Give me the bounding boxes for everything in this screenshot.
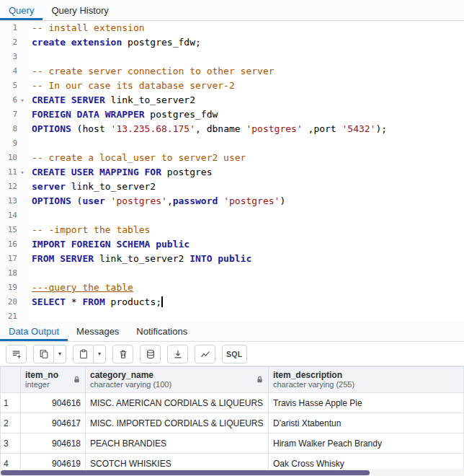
copy-button[interactable] — [33, 345, 54, 363]
editor-gutter: 15 — [0, 223, 29, 237]
fold-chevron-icon[interactable]: ▾ — [17, 165, 27, 180]
editor-line[interactable]: 4-- create server connection to other se… — [0, 64, 464, 79]
code-line: -- -import the tables — [29, 223, 150, 237]
save-data-changes-button[interactable] — [140, 345, 161, 363]
chevron-down-icon: ▾ — [98, 351, 101, 357]
editor-gutter: 19 — [0, 281, 29, 295]
editor-line[interactable]: 18 — [0, 266, 464, 281]
paste-dropdown-button[interactable]: ▾ — [94, 345, 106, 363]
sql-editor[interactable]: 1-- install extension2create extension p… — [0, 21, 464, 321]
horizontal-scrollbar[interactable] — [0, 469, 464, 476]
delete-row-button[interactable] — [112, 345, 133, 363]
editor-line[interactable]: 20SELECT * FROM products; — [0, 295, 464, 309]
editor-line[interactable]: 10-- create a local_user to server2 user — [0, 151, 464, 165]
chevron-down-icon: ▾ — [58, 351, 61, 357]
editor-line[interactable]: 11▾CREATE USER MAPPING FOR postgres — [0, 165, 464, 180]
editor-line[interactable]: 2create extension postgres_fdw; — [0, 35, 464, 50]
results-grid: item_nointegercategory_namecharacter var… — [0, 366, 464, 469]
code-line: -- In our case its database server-2 — [29, 79, 235, 93]
copy-dropdown-button[interactable]: ▾ — [54, 345, 66, 363]
column-type: integer — [25, 380, 58, 389]
cell-item_description[interactable]: Hiram Walker Peach Brandy — [269, 433, 464, 454]
cell-item_description[interactable]: Travis Hasse Apple Pie — [269, 393, 464, 413]
column-header-item_no[interactable]: item_nointeger — [21, 367, 86, 393]
editor-line[interactable]: 13OPTIONS (user 'postgres',password 'pos… — [0, 194, 464, 208]
editor-gutter: 6▾ — [0, 93, 29, 107]
fold-chevron-icon[interactable]: ▾ — [17, 93, 27, 107]
cell-item_no[interactable]: 904618 — [21, 433, 86, 454]
paste-button[interactable] — [73, 345, 94, 363]
cell-item_no[interactable]: 904619 — [21, 454, 86, 470]
column-header-category_name[interactable]: category_namecharacter varying (100) — [86, 367, 269, 393]
row-number-header[interactable] — [1, 367, 21, 393]
code-line: FROM SERVER link_to_server2 INTO public — [29, 252, 251, 266]
cell-category_name[interactable]: PEACH BRANDIES — [86, 433, 269, 454]
tab-query[interactable]: Query — [0, 0, 43, 20]
editor-line[interactable]: 16IMPORT FOREIGN SCHEMA public — [0, 237, 464, 252]
line-number: 12 — [0, 180, 17, 194]
editor-line[interactable]: 1-- install extension — [0, 21, 464, 35]
row-number-cell[interactable]: 1 — [1, 393, 21, 413]
text-cursor — [161, 296, 163, 307]
fold-spacer — [17, 50, 27, 64]
code-line: OPTIONS (host '13.235.68.175', dbname 'p… — [29, 122, 387, 136]
column-type: character varying (100) — [90, 380, 171, 389]
editor-gutter: 10 — [0, 151, 29, 165]
editor-line[interactable]: 9 — [0, 136, 464, 151]
cell-category_name[interactable]: MISC. AMERICAN CORDIALS & LIQUEURS — [86, 393, 269, 413]
scrollbar-thumb[interactable] — [1, 470, 370, 475]
column-title: item_nointeger — [25, 370, 58, 389]
show-sql-button[interactable]: SQL — [222, 345, 247, 363]
graph-icon — [200, 349, 210, 359]
editor-line[interactable]: 3 — [0, 50, 464, 64]
row-number-cell[interactable]: 2 — [1, 413, 21, 433]
editor-line[interactable]: 17FROM SERVER link_to_server2 INTO publi… — [0, 252, 464, 266]
code-line: CREATE USER MAPPING FOR postgres — [29, 165, 212, 180]
tab-notifications[interactable]: Notifications — [128, 321, 196, 341]
code-line — [29, 208, 32, 223]
tab-query-history[interactable]: Query History — [43, 0, 117, 20]
editor-line[interactable]: 8OPTIONS (host '13.235.68.175', dbname '… — [0, 122, 464, 136]
graph-visualiser-button[interactable] — [195, 345, 215, 363]
editor-line[interactable]: 15-- -import the tables — [0, 223, 464, 237]
query-tabbar: QueryQuery History — [0, 0, 464, 21]
editor-gutter: 18 — [0, 266, 29, 281]
lock-icon — [73, 376, 81, 384]
editor-line[interactable]: 6▾CREATE SERVER link_to_server2 — [0, 93, 464, 107]
editor-line[interactable]: 21 — [0, 309, 464, 321]
grid-header-row: item_nointegercategory_namecharacter var… — [1, 367, 464, 393]
editor-line[interactable]: 19---query the table — [0, 281, 464, 295]
save-results-to-file-group — [167, 345, 188, 363]
editor-gutter: 11▾ — [0, 165, 29, 180]
cell-item_description[interactable]: D'aristi Xtabentun — [269, 413, 464, 433]
editor-line[interactable]: 14 — [0, 208, 464, 223]
fold-spacer — [17, 180, 27, 194]
code-line: IMPORT FOREIGN SCHEMA public — [29, 237, 189, 252]
cell-category_name[interactable]: MISC. IMPORTED CORDIALS & LIQUEURS — [86, 413, 269, 433]
editor-line[interactable]: 12server link_to_server2 — [0, 180, 464, 194]
table-row: 1904616MISC. AMERICAN CORDIALS & LIQUEUR… — [1, 393, 464, 413]
fold-spacer — [17, 35, 27, 50]
tab-data-output[interactable]: Data Output — [0, 321, 68, 341]
editor-line[interactable]: 5-- In our case its database server-2 — [0, 79, 464, 93]
editor-gutter: 5 — [0, 79, 29, 93]
line-number: 4 — [0, 64, 17, 79]
cell-item_no[interactable]: 904616 — [21, 393, 86, 413]
tab-messages[interactable]: Messages — [68, 321, 128, 341]
cell-item_no[interactable]: 904617 — [21, 413, 86, 433]
editor-gutter: 12 — [0, 180, 29, 194]
editor-gutter: 8 — [0, 122, 29, 136]
save-results-to-file-button[interactable] — [167, 345, 188, 363]
code-line: ---query the table — [29, 281, 133, 295]
add-row-button[interactable] — [6, 345, 27, 363]
column-name: item_description — [273, 370, 354, 380]
cell-category_name[interactable]: SCOTCH WHISKIES — [86, 454, 269, 470]
column-header-item_description[interactable]: item_descriptioncharacter varying (255) — [269, 367, 464, 393]
paste-icon — [79, 349, 89, 359]
row-number-cell[interactable]: 3 — [1, 433, 21, 454]
editor-line[interactable]: 7FOREIGN DATA WRAPPER postgres_fdw — [0, 107, 464, 122]
code-line: SELECT * FROM products; — [29, 295, 163, 309]
cell-item_description[interactable]: Oak Cross Whisky — [269, 454, 464, 470]
row-number-cell[interactable]: 4 — [1, 454, 21, 470]
results-table: item_nointegercategory_namecharacter var… — [0, 366, 464, 469]
